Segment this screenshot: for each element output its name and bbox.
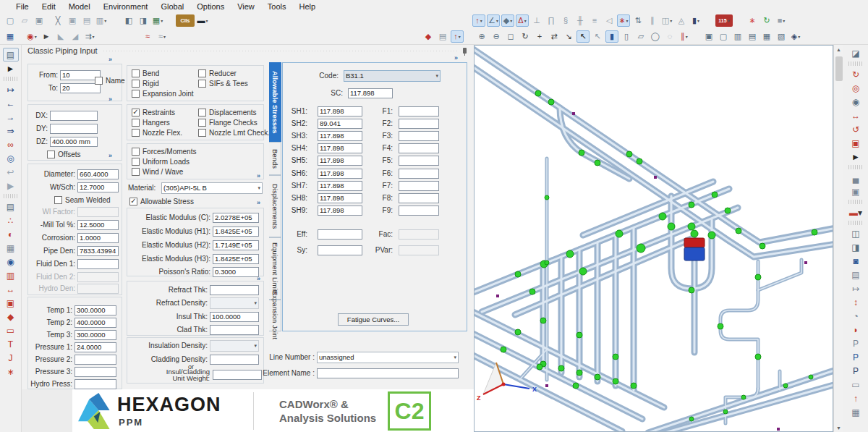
poissons-ratio-input[interactable] — [213, 267, 259, 277]
element-name-input[interactable] — [317, 368, 459, 378]
dropdown-arrow-icon[interactable]: ▾ — [626, 18, 629, 23]
isometrics-icon[interactable]: ▬▾ — [848, 206, 864, 219]
break-element-icon[interactable]: ⇒ — [3, 124, 19, 137]
fatigue-curves-button[interactable]: Fatigue Curves... — [338, 313, 409, 326]
wtsch-input[interactable] — [77, 182, 119, 192]
refractory-tool-icon[interactable]: ◫▾ — [660, 14, 673, 27]
dropdown-arrow-icon[interactable]: ▾ — [783, 18, 785, 23]
offsets-checkbox[interactable] — [47, 151, 55, 158]
orient-up-icon[interactable]: ↑▾ — [451, 30, 464, 43]
elbow-tool-icon[interactable]: ∠▾ — [487, 14, 500, 27]
spray-icon[interactable]: ◗ — [848, 323, 864, 336]
elastic-modulus-h1-input[interactable] — [213, 226, 259, 237]
scroll-up-arrow[interactable]: ▲ — [836, 45, 841, 54]
f7-input[interactable] — [399, 181, 439, 191]
insert-element-icon[interactable]: ↦ — [3, 82, 19, 96]
toolbox-icon[interactable]: ▄ — [848, 171, 864, 185]
sh3-input[interactable] — [318, 131, 362, 141]
ciis-units-badge[interactable]: CIIs — [176, 14, 195, 27]
f1-input[interactable] — [399, 106, 439, 117]
error-check-icon[interactable]: ► — [40, 30, 53, 43]
sh7-input[interactable] — [318, 181, 362, 191]
dz-input[interactable] — [50, 137, 98, 147]
model-viewport[interactable]: Z X — [474, 45, 833, 432]
ruler-icon[interactable]: ▭ — [848, 378, 864, 391]
save-file-icon[interactable]: ▣ — [33, 14, 46, 27]
view-right-icon[interactable]: ▧ — [775, 30, 788, 43]
f2-input[interactable] — [399, 119, 439, 129]
copy-icon[interactable]: ▣ — [66, 14, 79, 27]
clad-thk-input[interactable] — [210, 325, 259, 335]
delete-element-icon[interactable]: ← — [3, 96, 19, 110]
hydro-press-input[interactable] — [75, 379, 116, 389]
expansion-joint-checkbox[interactable] — [132, 90, 140, 98]
undo-review-icon[interactable]: ◣ — [54, 30, 67, 43]
workstation-icon[interactable]: ▣ — [848, 185, 864, 198]
menu-file[interactable]: File — [16, 2, 29, 11]
tab-allowable-stresses[interactable]: Allowable Stresses — [269, 62, 281, 142]
dropdown-arrow-icon[interactable]: ▾ — [858, 208, 862, 218]
diameter-input[interactable] — [77, 169, 119, 179]
open-file-icon[interactable]: ▱ — [18, 14, 31, 27]
import-node-icon[interactable]: ◨ — [137, 14, 150, 27]
centerline-icon[interactable]: ∥▾ — [678, 30, 691, 43]
temp2-input[interactable] — [75, 318, 116, 328]
piping-window-icon[interactable]: ▤ — [3, 48, 19, 62]
rotate-element-icon[interactable]: ↺ — [848, 122, 864, 136]
material-select[interactable]: (305)API-5L B ▾ — [161, 182, 263, 194]
dropdown-arrow-icon[interactable]: ▾ — [205, 18, 208, 23]
cladding-density-input[interactable] — [210, 355, 259, 365]
view-left-icon[interactable]: ▦ — [760, 30, 773, 43]
globe-icon[interactable]: ◉ — [3, 255, 19, 268]
menu-global[interactable]: Global — [161, 2, 184, 11]
sh1-input[interactable] — [318, 106, 362, 117]
tab-displacements[interactable]: Displacements — [269, 175, 281, 237]
refract-density-select[interactable]: ▾ — [210, 297, 259, 309]
menu-help[interactable]: Help — [299, 2, 316, 11]
piping-model-svg[interactable]: Z X — [475, 46, 833, 431]
dropdown-arrow-icon[interactable]: ▾ — [686, 34, 688, 39]
adjust-slider-icon[interactable]: ↔ — [848, 109, 864, 122]
batch-run-icon[interactable]: ◉▾ — [25, 30, 38, 43]
flange-icon[interactable]: ╫ — [574, 14, 587, 27]
zoom-in-icon[interactable]: ⊕ — [475, 30, 488, 43]
flange-check-icon[interactable]: ◫ — [848, 226, 864, 240]
star-red-icon[interactable]: ∗ — [3, 365, 19, 378]
eff-input[interactable] — [318, 229, 362, 240]
export-node-icon[interactable]: ◧ — [122, 14, 135, 27]
render-wireframe-icon[interactable]: ▱ — [634, 30, 647, 43]
expansion-joint-icon[interactable]: ≡ — [588, 14, 601, 27]
report-sheet-icon[interactable]: ▤ — [436, 30, 449, 43]
select-cursor-icon[interactable]: ↖ — [576, 30, 590, 43]
dropdown-arrow-icon[interactable]: ▾ — [459, 34, 461, 39]
break-model-icon[interactable]: ∗ — [746, 14, 759, 27]
sh5-input[interactable] — [318, 156, 362, 166]
rotate-view-icon[interactable]: ↻ — [519, 30, 532, 43]
paste-icon[interactable]: ▤ — [80, 14, 93, 27]
flyout-right-icon[interactable]: ► — [848, 150, 864, 164]
menu-edit[interactable]: Edit — [42, 2, 56, 11]
thermometer-icon[interactable]: ↕ — [848, 295, 864, 309]
fluid-den1-input[interactable] — [77, 259, 119, 269]
printer-strip-icon[interactable]: ▤ — [848, 268, 864, 281]
f3-input[interactable] — [399, 131, 439, 141]
name-checkbox[interactable] — [95, 77, 103, 85]
pin-strip-icon[interactable]: ◪ — [848, 46, 864, 60]
tab-bends[interactable]: Bends — [269, 142, 281, 175]
dropdown-arrow-icon[interactable]: ▾ — [697, 18, 699, 23]
dynamic-input-icon[interactable]: ≈ — [141, 30, 154, 43]
view-bottom-icon[interactable]: ▤ — [746, 30, 759, 43]
mill-tol-input[interactable] — [77, 220, 119, 230]
anchor-icon[interactable]: ⊥ — [530, 14, 543, 27]
pipe-export-icon[interactable]: P — [848, 364, 864, 378]
sifs-tees-checkbox[interactable] — [198, 80, 206, 88]
dropdown-arrow-icon[interactable]: ▾ — [728, 18, 730, 23]
window-grid-icon[interactable]: ▣ — [3, 296, 19, 310]
flange-pair-icon[interactable]: ▮▾ — [689, 14, 702, 27]
gauge-icon[interactable]: ◔ — [848, 309, 864, 323]
up-red-icon[interactable]: ↑ — [848, 391, 864, 405]
sif-tool-icon[interactable]: ∗▾ — [617, 14, 630, 27]
view-iso-icon[interactable]: ◈▾ — [789, 30, 802, 43]
menu-model[interactable]: Model — [69, 2, 90, 11]
sh4-input[interactable] — [318, 143, 362, 153]
